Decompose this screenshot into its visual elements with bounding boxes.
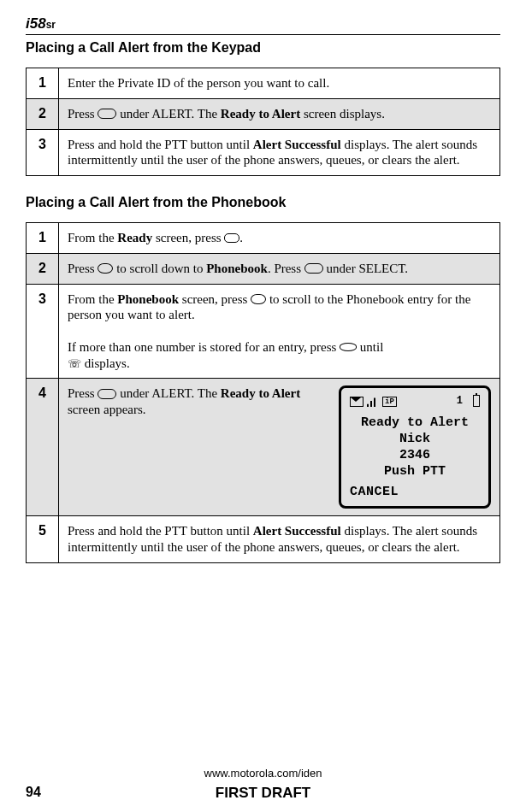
step-number: 1 — [27, 68, 59, 99]
envelope-icon — [350, 397, 363, 407]
step-number: 1 — [27, 223, 59, 254]
page-number: 94 — [26, 785, 41, 800]
menu-key-icon — [224, 233, 239, 243]
nav-scroll-icon — [251, 294, 266, 304]
table-row: 4 iP 1 Re — [27, 379, 500, 516]
step-number: 2 — [27, 98, 59, 129]
section-heading-keypad: Placing a Call Alert from the Keypad — [26, 40, 500, 56]
table-row: 2 Press to scroll down to Phonebook. Pre… — [27, 253, 500, 284]
softkey-icon — [98, 109, 116, 119]
step-number: 3 — [27, 284, 59, 379]
softkey-icon — [304, 263, 323, 274]
phone-screen-mockup: iP 1 Ready to Alert Nick 2346 Push PTT C… — [339, 385, 491, 509]
screen-softkey-label: CANCEL — [346, 480, 483, 501]
step-text: From the Ready screen, press . — [59, 223, 500, 254]
step-text: From the Phonebook screen, press to scro… — [59, 284, 500, 379]
step-text: Enter the Private ID of the person you w… — [59, 68, 500, 99]
table-row: 1 From the Ready screen, press . — [27, 223, 500, 254]
ip-icon: iP — [382, 397, 397, 407]
screen-main-text: Ready to Alert Nick 2346 Push PTT — [346, 415, 483, 480]
battery-icon — [473, 395, 480, 407]
screen-status-bar: iP 1 — [346, 393, 483, 415]
table-row: 2 Press under ALERT. The Ready to Alert … — [27, 98, 500, 129]
signal-icon — [367, 397, 379, 407]
step-number: 5 — [27, 516, 59, 563]
table-row: 5 Press and hold the PTT button until Al… — [27, 516, 500, 563]
nav-down-icon — [98, 263, 113, 274]
step-text: iP 1 Ready to Alert Nick 2346 Push PTT C… — [59, 379, 500, 516]
draft-label: FIRST DRAFT — [216, 785, 310, 802]
section-heading-phonebook: Placing a Call Alert from the Phonebook — [26, 195, 500, 210]
step-text: Press and hold the PTT button until Aler… — [59, 516, 500, 563]
nav-left-right-icon — [340, 343, 357, 351]
steps-table-keypad: 1 Enter the Private ID of the person you… — [26, 68, 500, 176]
step-number: 3 — [27, 129, 59, 176]
product-logo: i58sr — [26, 15, 500, 32]
phone-type-icon: ☏ — [68, 357, 81, 371]
step-number: 4 — [27, 379, 59, 516]
step-text: Press and hold the PTT button until Aler… — [59, 129, 500, 176]
table-row: 3 From the Phonebook screen, press to sc… — [27, 284, 500, 379]
header-divider — [26, 34, 500, 35]
steps-table-phonebook: 1 From the Ready screen, press . 2 Press… — [26, 222, 500, 563]
step-text: Press under ALERT. The Ready to Alert sc… — [59, 98, 500, 129]
table-row: 1 Enter the Private ID of the person you… — [27, 68, 500, 99]
one-indicator: 1 — [457, 395, 463, 407]
table-row: 3 Press and hold the PTT button until Al… — [27, 129, 500, 176]
step-text: Press to scroll down to Phonebook. Press… — [59, 253, 500, 284]
step-number: 2 — [27, 253, 59, 284]
footer-url: www.motorola.com/iden — [0, 767, 526, 780]
softkey-icon — [98, 389, 116, 399]
